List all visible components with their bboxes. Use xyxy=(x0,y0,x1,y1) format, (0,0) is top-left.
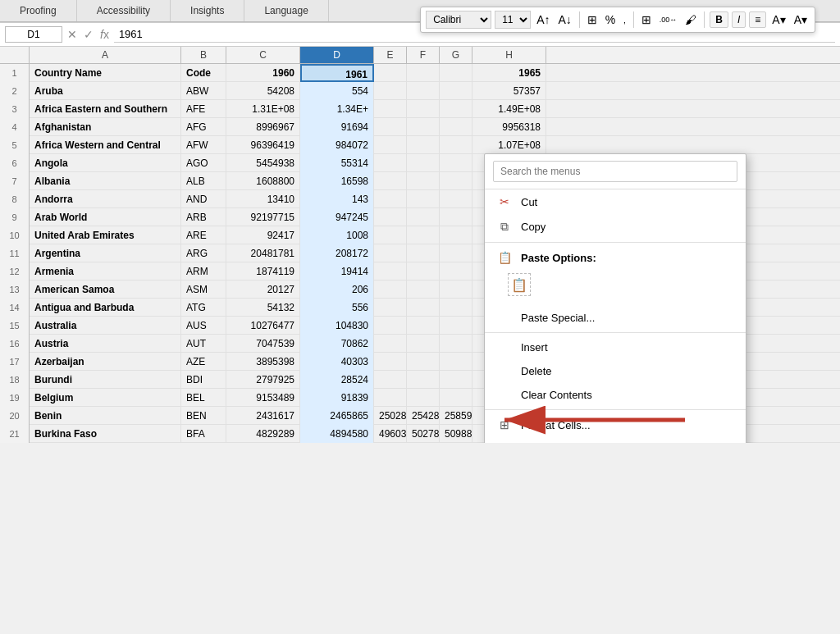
cell-1960[interactable]: 8996967 xyxy=(226,118,300,136)
tab-proofing[interactable]: Proofing xyxy=(0,0,77,21)
grow-font-icon[interactable]: A↑ xyxy=(534,13,552,26)
cell-g[interactable] xyxy=(440,82,472,100)
cell-code[interactable]: ARM xyxy=(181,262,226,281)
cell-country-name[interactable]: Burundi xyxy=(30,371,181,389)
cell-g[interactable] xyxy=(440,136,472,154)
cell-g[interactable] xyxy=(440,154,472,172)
cell-f[interactable] xyxy=(407,353,440,371)
cell-1965[interactable]: 1.07E+08 xyxy=(472,136,546,154)
cell-e[interactable] xyxy=(374,190,407,208)
cell-code[interactable]: BDI xyxy=(181,371,226,389)
col-header-a[interactable]: A xyxy=(30,47,181,63)
cell-g[interactable] xyxy=(440,389,472,407)
cell-code[interactable]: AND xyxy=(181,190,226,208)
cell-f[interactable] xyxy=(407,154,440,172)
dec-icon[interactable]: .00↔ xyxy=(657,16,680,24)
cell-1960[interactable]: 1960 xyxy=(226,64,300,82)
bold-button[interactable]: B xyxy=(710,11,728,28)
percent-icon[interactable]: % xyxy=(603,13,618,26)
highlight-color-icon[interactable]: A▾ xyxy=(769,13,788,26)
cell-f[interactable] xyxy=(407,190,440,208)
confirm-icon[interactable]: ✓ xyxy=(84,28,94,41)
cell-1961[interactable]: 19414 xyxy=(300,262,374,281)
cell-country-name[interactable]: United Arab Emirates xyxy=(30,226,181,244)
cell-code[interactable]: BFA xyxy=(181,425,226,443)
tab-language[interactable]: Language xyxy=(244,0,328,21)
font-size-select[interactable]: 11 xyxy=(495,11,531,29)
cell-e[interactable] xyxy=(374,172,407,190)
cell-1961[interactable]: 2465865 xyxy=(300,407,374,425)
cell-1961[interactable]: 1.34E+ xyxy=(300,100,374,118)
cell-g[interactable] xyxy=(440,118,472,136)
cell-country-name[interactable]: Arab World xyxy=(30,208,181,226)
cell-country-name[interactable]: Azerbaijan xyxy=(30,353,181,371)
paste-option-box[interactable]: 📋 xyxy=(508,273,531,296)
cell-1961[interactable]: 16598 xyxy=(300,172,374,190)
cell-e[interactable] xyxy=(374,226,407,244)
col-header-b[interactable]: B xyxy=(181,47,226,63)
cell-f[interactable] xyxy=(407,64,440,82)
cell-e[interactable] xyxy=(374,281,407,299)
cell-g[interactable] xyxy=(440,353,472,371)
cell-1960[interactable]: 3895398 xyxy=(226,353,300,371)
cell-1961[interactable]: 91694 xyxy=(300,118,374,136)
cell-g[interactable]: 5098891 xyxy=(440,425,472,443)
ctx-paste-special[interactable]: Paste Special... xyxy=(485,306,746,330)
shrink-font-icon[interactable]: A↓ xyxy=(556,13,574,26)
cell-e[interactable] xyxy=(374,317,407,335)
cell-country-name[interactable]: Argentina xyxy=(30,244,181,262)
cell-code[interactable]: ATG xyxy=(181,299,226,317)
cell-country-name[interactable]: Burkina Faso xyxy=(30,425,181,443)
cell-1961[interactable]: 40303 xyxy=(300,353,374,371)
cell-1965[interactable]: 57357 xyxy=(472,82,546,100)
cell-g[interactable] xyxy=(440,64,472,82)
brush-icon[interactable]: 🖌 xyxy=(682,13,699,26)
cell-reference-box[interactable] xyxy=(5,26,62,43)
cell-f[interactable] xyxy=(407,136,440,154)
cell-f[interactable] xyxy=(407,82,440,100)
cell-country-name[interactable]: Afghanistan xyxy=(30,118,181,136)
cell-1960[interactable]: 1.31E+08 xyxy=(226,100,300,118)
cell-1961[interactable]: 1961 xyxy=(300,64,374,82)
cell-1961[interactable]: 91839 xyxy=(300,389,374,407)
cell-1961[interactable]: 1008 xyxy=(300,226,374,244)
cell-e[interactable] xyxy=(374,389,407,407)
cell-1961[interactable]: 143 xyxy=(300,190,374,208)
cell-1960[interactable]: 20481781 xyxy=(226,244,300,262)
cell-1960[interactable]: 9153489 xyxy=(226,389,300,407)
cell-country-name[interactable]: Africa Eastern and Southern xyxy=(30,100,181,118)
format-icon[interactable]: ⊞ xyxy=(585,13,600,26)
tab-insights[interactable]: Insights xyxy=(171,0,244,21)
cell-g[interactable] xyxy=(440,100,472,118)
cell-code[interactable]: BEN xyxy=(181,407,226,425)
cell-country-name[interactable]: Angola xyxy=(30,154,181,172)
col-header-c[interactable]: C xyxy=(226,47,300,63)
cell-code[interactable]: ABW xyxy=(181,82,226,100)
cell-f[interactable] xyxy=(407,118,440,136)
ctx-copy[interactable]: ⧉ Copy xyxy=(485,214,746,239)
cell-code[interactable]: AUS xyxy=(181,317,226,335)
cell-1960[interactable]: 2797925 xyxy=(226,371,300,389)
cell-e[interactable] xyxy=(374,208,407,226)
cell-1960[interactable]: 96396419 xyxy=(226,136,300,154)
cell-g[interactable] xyxy=(440,371,472,389)
cell-f[interactable] xyxy=(407,371,440,389)
cell-country-name[interactable]: Africa Western and Central xyxy=(30,136,181,154)
cell-f[interactable] xyxy=(407,281,440,299)
cell-g[interactable] xyxy=(440,317,472,335)
cell-g[interactable] xyxy=(440,190,472,208)
cell-1961[interactable]: 4894580 xyxy=(300,425,374,443)
cell-1961[interactable]: 556 xyxy=(300,299,374,317)
cell-country-name[interactable]: Belgium xyxy=(30,389,181,407)
cell-f[interactable] xyxy=(407,226,440,244)
cell-f[interactable] xyxy=(407,389,440,407)
cell-1961[interactable]: 55314 xyxy=(300,154,374,172)
cell-code[interactable]: ALB xyxy=(181,172,226,190)
cell-g[interactable] xyxy=(440,226,472,244)
cell-1961[interactable]: 984072 xyxy=(300,136,374,154)
fx-icon[interactable]: fx xyxy=(100,28,109,41)
cell-country-name[interactable]: Andorra xyxy=(30,190,181,208)
context-search-input[interactable] xyxy=(493,161,737,182)
cell-country-name[interactable]: Austria xyxy=(30,335,181,353)
cell-1960[interactable]: 4829289 xyxy=(226,425,300,443)
